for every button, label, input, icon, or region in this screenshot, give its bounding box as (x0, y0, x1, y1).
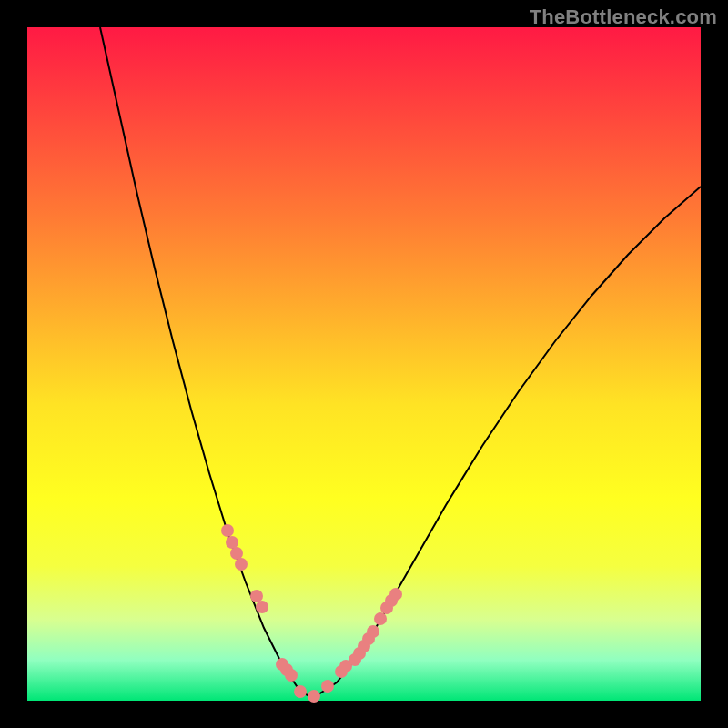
highlight-dot (321, 680, 334, 693)
highlight-dot (294, 685, 307, 698)
highlight-dot (367, 625, 379, 638)
chart-svg (27, 27, 701, 701)
highlight-dot (308, 690, 320, 703)
highlight-dot (285, 669, 298, 682)
chart-plot-area (27, 27, 701, 701)
highlight-dot (235, 558, 248, 571)
highlight-dot (256, 601, 268, 613)
highlight-dot (250, 590, 263, 602)
highlight-markers (221, 524, 402, 703)
attribution-label: TheBottleneck.com (530, 5, 717, 29)
highlight-dot (374, 612, 387, 625)
highlight-dot (230, 547, 243, 560)
highlight-dot (226, 536, 238, 549)
highlight-dot (389, 588, 402, 601)
highlight-dot (221, 524, 234, 537)
